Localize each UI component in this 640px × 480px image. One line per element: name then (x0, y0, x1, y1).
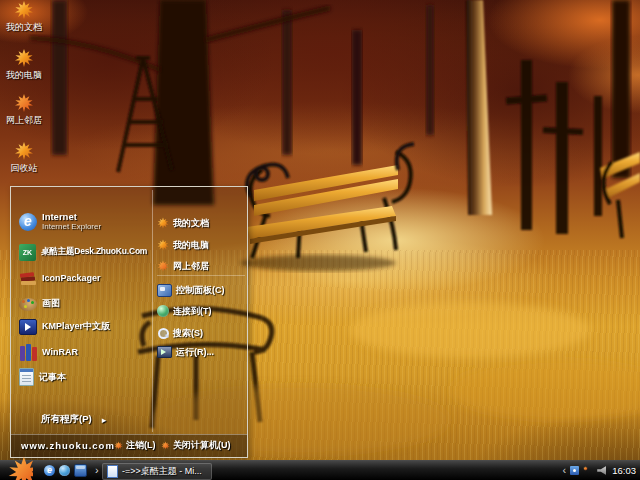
desktop-icon-my-documents[interactable]: 我的文档 (0, 0, 48, 32)
menu-item-notepad[interactable]: 记事本 (19, 366, 151, 388)
menu-item-my-computer[interactable]: 我的电脑 (157, 236, 245, 254)
start-button[interactable] (7, 455, 33, 480)
control-panel-icon (157, 284, 172, 297)
menu-item-label: 记事本 (39, 371, 66, 384)
menu-item-label: WinRAR (42, 347, 78, 357)
leaf-icon (157, 217, 169, 229)
menu-item-label: Internet (42, 212, 101, 222)
clock[interactable]: 16:03 (612, 465, 636, 476)
all-programs-button[interactable]: 所有程序(P) ▸ (41, 413, 106, 426)
winrar-icon (19, 343, 37, 361)
menu-item-zhuoku-site[interactable]: ZK 桌酷主题Desk.ZhuoKu.Com (19, 241, 151, 263)
desktop-icon-my-computer[interactable]: 我的电脑 (0, 48, 48, 80)
quick-launch-bar: e › (44, 461, 99, 480)
network-icon[interactable] (570, 466, 579, 475)
zhuoku-site-icon: ZK (19, 244, 36, 261)
desktop-icon-label: 我的文档 (0, 22, 48, 32)
start-menu-column-divider (152, 190, 153, 432)
all-programs-label: 所有程序(P) (41, 413, 92, 426)
menu-item-search[interactable]: 搜索(S) (157, 324, 245, 342)
globe-icon[interactable] (59, 465, 70, 476)
volume-icon[interactable] (597, 466, 606, 475)
leaf-icon (14, 0, 34, 20)
leaf-icon (161, 441, 170, 450)
internet-explorer-icon: e (19, 213, 37, 231)
menu-item-label: 我的电脑 (173, 239, 209, 252)
menu-item-label: 连接到(T) (173, 305, 212, 318)
menu-item-internet[interactable]: e Internet Internet Explorer (19, 209, 151, 235)
menu-item-network-places[interactable]: 网上邻居 (157, 257, 245, 275)
menu-item-label: 我的文档 (173, 217, 209, 230)
menu-item-my-documents[interactable]: 我的文档 (157, 214, 245, 232)
internet-explorer-icon[interactable]: e (44, 465, 55, 476)
desktop-icon-recycle-bin[interactable]: 回收站 (0, 141, 48, 173)
desktop-icon-label: 回收站 (0, 163, 48, 173)
run-icon (157, 346, 172, 358)
paint-icon (19, 298, 37, 311)
menu-item-iconpackager[interactable]: IconPackager (19, 267, 151, 289)
leaf-icon (157, 239, 169, 251)
menu-item-label: 搜索(S) (173, 327, 203, 340)
menu-item-paint[interactable]: 画图 (19, 292, 151, 314)
menu-item-label: 桌酷主题Desk.ZhuoKu.Com (41, 246, 147, 258)
start-menu: e Internet Internet Explorer ZK 桌酷主题Desk… (10, 186, 248, 458)
logoff-button[interactable]: 注销(L) (114, 439, 156, 452)
iconpackager-icon (19, 269, 37, 287)
desktop-screen: 我的文档 我的电脑 网上邻居 回收站 e Internet Internet E… (0, 0, 640, 480)
leaf-icon (14, 48, 34, 68)
quick-launch-overflow-arrow[interactable]: › (91, 465, 99, 476)
leaf-icon (157, 260, 169, 272)
browser-window-icon[interactable] (74, 464, 87, 477)
kmplayer-icon (19, 319, 37, 335)
menu-item-run[interactable]: 运行(R)... (157, 343, 245, 361)
menu-item-kmplayer[interactable]: KMPlayer中文版 (19, 315, 151, 337)
leaf-icon (14, 141, 34, 161)
menu-item-label: KMPlayer中文版 (42, 320, 110, 333)
menu-item-label: 网上邻居 (173, 260, 209, 273)
zhuoku-website-label: www.zhuoku.com (21, 440, 115, 451)
notepad-icon (19, 368, 34, 386)
page-icon (107, 465, 118, 478)
taskbar: e › -=>>桌酷主题 - Mi... ‹ 16:03 (0, 460, 640, 480)
start-menu-footer: www.zhuoku.com 注销(L) 关闭计算机(U) (11, 434, 247, 457)
connect-globe-icon (157, 305, 169, 317)
menu-item-connect-to[interactable]: 连接到(T) (157, 302, 245, 320)
start-menu-places-separator (157, 275, 245, 276)
menu-item-sublabel: Internet Explorer (42, 222, 101, 232)
tray-collapse-arrow[interactable]: ‹ (563, 465, 567, 476)
shutdown-label: 关闭计算机(U) (173, 439, 231, 452)
menu-item-label: IconPackager (42, 273, 101, 283)
logoff-label: 注销(L) (126, 439, 156, 452)
desktop-icon-label: 我的电脑 (0, 70, 48, 80)
theme-leaf-icon[interactable] (583, 466, 593, 476)
system-tray: ‹ 16:03 (561, 461, 638, 480)
search-icon (157, 327, 169, 339)
menu-item-label: 画图 (42, 297, 60, 310)
menu-item-control-panel[interactable]: 控制面板(C) (157, 281, 245, 299)
menu-item-label: 运行(R)... (176, 346, 214, 359)
menu-item-winrar[interactable]: WinRAR (19, 341, 151, 363)
chevron-right-icon: ▸ (102, 415, 107, 425)
leaf-icon (114, 441, 123, 450)
task-button-zhuoku-theme[interactable]: -=>>桌酷主题 - Mi... (102, 463, 212, 480)
menu-item-label: 控制面板(C) (176, 284, 225, 297)
shutdown-button[interactable]: 关闭计算机(U) (161, 439, 231, 452)
desktop-icon-label: 网上邻居 (0, 115, 48, 125)
start-leaf-icon (7, 455, 33, 480)
task-button-label: -=>>桌酷主题 - Mi... (122, 465, 202, 478)
leaf-icon (14, 93, 34, 113)
desktop-icon-network-places[interactable]: 网上邻居 (0, 93, 48, 125)
